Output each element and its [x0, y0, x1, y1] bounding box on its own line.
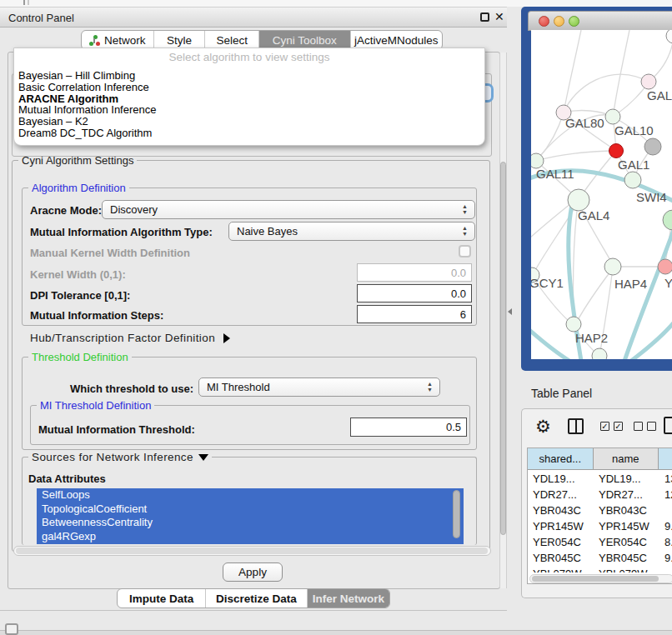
split-pane-grip-icon[interactable]	[508, 308, 512, 315]
close-icon[interactable]: ✕	[494, 10, 504, 23]
network-node-hap4[interactable]	[604, 258, 621, 275]
mi-steps-label: Mutual Information Steps:	[30, 309, 163, 322]
node-label: HAP4	[614, 277, 647, 291]
table-rows: YDL19...YDL19...13YDR27...YDR27...12YBR0…	[528, 471, 672, 572]
network-node[interactable]	[592, 348, 607, 359]
table-row[interactable]: YBR043CYBR043C	[528, 502, 672, 518]
stepper-arrows-icon: ▲▼	[427, 381, 433, 392]
node-label: GAL1	[618, 158, 649, 172]
checked-box-icon[interactable]: ✓	[600, 422, 609, 431]
close-traffic-light[interactable]	[539, 16, 549, 27]
kernel-width-field[interactable]: 0.0	[357, 263, 472, 282]
network-node-gal1[interactable]	[609, 144, 624, 158]
hub-definition-toggle[interactable]: Hub/Transcription Factor Definition	[30, 332, 230, 344]
table-cell: YER054C	[594, 534, 659, 550]
control-panel-titlebar: Control Panel ✕	[0, 7, 507, 28]
tab-network[interactable]: Network	[82, 31, 153, 49]
table-horizontal-scrollbar[interactable]	[529, 574, 672, 583]
table-hscroll-thumb[interactable]	[532, 576, 659, 582]
which-threshold-value: MI Threshold	[207, 381, 270, 393]
network-node[interactable]	[644, 138, 661, 155]
mi-type-combobox[interactable]: Naive Bayes ▲▼	[228, 222, 475, 241]
zoom-traffic-light[interactable]	[569, 16, 579, 27]
stepper-arrows-icon: ▲▼	[462, 203, 468, 215]
column-header[interactable]: name	[594, 448, 659, 469]
network-node-gal2[interactable]	[641, 74, 656, 89]
attribute-item[interactable]: gal4RGexp	[37, 530, 464, 544]
minimize-traffic-light[interactable]	[554, 16, 564, 27]
screen: Control Panel ✕ NetworkStyleSelectCyni T…	[0, 0, 672, 635]
gear-icon[interactable]: ⚙	[535, 417, 551, 437]
attribute-item[interactable]: SelfLoops	[37, 488, 464, 502]
tab-select[interactable]: Select	[204, 31, 258, 49]
table-cell: YBR045C	[594, 550, 659, 566]
mi-steps-field[interactable]: 6	[357, 305, 472, 323]
network-node-gal10[interactable]	[605, 109, 620, 124]
table-row[interactable]: YDR27...YDR27...12	[528, 487, 672, 502]
network-window-titlebar[interactable]	[528, 11, 672, 31]
table-cell	[659, 566, 672, 572]
algorithm-option[interactable]: Bayesian – Hill Climbing	[18, 70, 481, 82]
node-label: GAL2	[647, 88, 672, 102]
tab-jactivemnodules[interactable]: jActiveMNodules	[350, 31, 442, 49]
table-row[interactable]: YDL19...YDL19...13	[528, 471, 672, 487]
algorithm-option[interactable]: Basic Correlation Inference	[18, 82, 481, 93]
table-cell: YER054C	[528, 534, 594, 550]
mi-type-label: Mutual Information Algorithm Type:	[30, 226, 213, 238]
network-node-hap2[interactable]	[566, 317, 581, 332]
algorithm-option[interactable]: Bayesian – K2	[18, 116, 481, 128]
document-icon[interactable]	[664, 417, 672, 434]
sources-group-title[interactable]: Sources for Network Inference	[28, 451, 212, 463]
checked-box-icon[interactable]: ✓	[614, 422, 623, 431]
attribute-item[interactable]: TopologicalCoefficient	[37, 502, 464, 517]
table-cell: 9.	[659, 518, 672, 534]
network-node-swi4[interactable]	[624, 172, 641, 188]
tab-style[interactable]: Style	[153, 31, 205, 49]
bottom-strip	[0, 630, 672, 635]
tab-impute-data[interactable]: Impute Data	[118, 589, 205, 608]
which-threshold-combobox[interactable]: MI Threshold ▲▼	[198, 378, 440, 397]
manual-kernel-checkbox[interactable]	[459, 245, 471, 258]
unchecked-box-icon[interactable]	[647, 422, 656, 431]
network-canvas[interactable]: GAL2GAL80GAL10GAL1GAL11SWI4GAL4GCY1HAP4Y…	[531, 30, 672, 359]
network-node[interactable]	[663, 210, 672, 230]
float-icon[interactable]	[480, 12, 489, 22]
dpi-tolerance-field[interactable]: 0.0	[357, 284, 472, 302]
algorithm-popup-list: Bayesian – Hill ClimbingBasic Correlatio…	[18, 70, 481, 139]
data-attributes-list[interactable]: SelfLoopsTopologicalCoefficientBetweenne…	[37, 488, 464, 544]
settings-hscroll-thumb[interactable]	[16, 548, 488, 554]
control-panel-scrollbar-thumb[interactable]	[500, 162, 506, 535]
settings-horizontal-scrollbar[interactable]	[13, 546, 491, 556]
aracne-mode-combobox[interactable]: Discovery ▲▼	[102, 200, 475, 219]
table-row[interactable]: YBR045CYBR045C9.	[528, 550, 672, 566]
table-row[interactable]: YPR145WYPR145W9.	[528, 518, 672, 534]
algorithm-option[interactable]: Mutual Information Inference	[18, 104, 481, 116]
table-row[interactable]: YER054CYER054C8.	[528, 534, 672, 550]
table-cell: YBR043C	[594, 502, 659, 518]
network-edge	[531, 203, 571, 238]
column-header[interactable]: shared...	[528, 448, 594, 469]
network-node[interactable]	[666, 30, 672, 43]
node-label: GAL10	[614, 123, 654, 138]
apply-button[interactable]: Apply	[223, 562, 283, 582]
network-node-y[interactable]	[658, 259, 672, 274]
attributes-scrollbar-thumb[interactable]	[453, 490, 460, 538]
sources-title-text: Sources for Network Inference	[32, 451, 193, 463]
columns-icon[interactable]	[568, 418, 584, 434]
network-edge	[578, 272, 610, 320]
bottom-left-panel-icon[interactable]	[5, 623, 18, 635]
corner-mark	[23, 0, 29, 5]
table-row[interactable]: YBL079WYBL079W	[528, 566, 672, 572]
tab-cyni-toolbox[interactable]: Cyni Toolbox	[258, 31, 350, 49]
algorithm-option[interactable]: Dream8 DC_TDC Algorithm	[18, 128, 481, 139]
table-header-row: shared...name	[528, 448, 672, 470]
mi-threshold-label: Mutual Information Threshold:	[38, 423, 195, 436]
tab-infer-network[interactable]: Infer Network	[307, 589, 389, 608]
table-cell: YBL079W	[528, 566, 594, 572]
algorithm-option[interactable]: ARACNE Algorithm	[18, 93, 481, 105]
unchecked-box-icon[interactable]	[634, 422, 643, 431]
mi-threshold-field[interactable]: 0.5	[350, 418, 467, 437]
column-header[interactable]	[659, 448, 672, 469]
attribute-item[interactable]: BetweennessCentrality	[37, 516, 464, 530]
tab-discretize-data[interactable]: Discretize Data	[205, 589, 306, 608]
